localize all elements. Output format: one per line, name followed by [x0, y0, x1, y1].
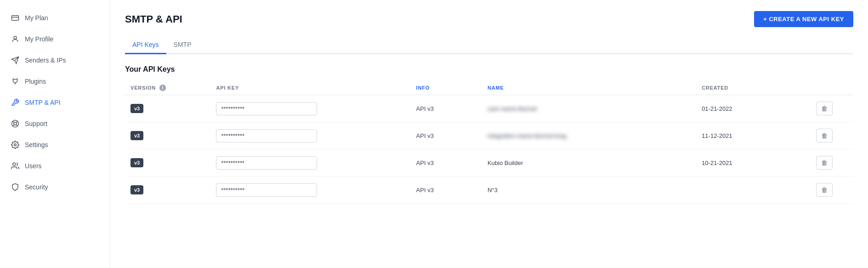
api-key-info: API v3 — [416, 132, 434, 139]
sidebar-item-settings[interactable]: Settings — [0, 134, 110, 155]
sidebar-item-label: Users — [25, 162, 42, 170]
sidebar: My Plan My Profile Senders & IPs Plugins… — [0, 0, 110, 268]
api-key-input[interactable] — [216, 183, 317, 197]
col-header-info: INFO — [411, 81, 482, 95]
tab-api-keys[interactable]: API Keys — [125, 36, 166, 54]
api-keys-section-title: Your API Keys — [125, 65, 853, 74]
create-api-key-button[interactable]: + CREATE A NEW API KEY — [754, 11, 853, 27]
credit-card-icon — [11, 14, 19, 22]
users-icon — [11, 162, 19, 170]
api-key-input[interactable] — [216, 156, 317, 170]
table-row: v3 API v3 Kubio Builder 10-21-2021 🗑 — [125, 149, 853, 177]
api-key-input[interactable] — [216, 129, 317, 143]
svg-line-10 — [16, 121, 17, 123]
api-key-name: Kubio Builder — [488, 160, 523, 166]
version-help-icon[interactable]: i — [159, 85, 166, 91]
api-key-created: 01-21-2022 — [702, 105, 732, 112]
api-key-created: 10-21-2021 — [702, 160, 732, 166]
tabs-bar: API Keys SMTP — [125, 36, 853, 54]
col-header-action — [811, 81, 853, 95]
version-badge: v3 — [130, 131, 143, 140]
sidebar-item-label: Senders & IPs — [25, 57, 66, 64]
sidebar-item-my-profile[interactable]: My Profile — [0, 29, 110, 50]
table-row: v3 API v3 user-name-blurred 01-21-2022 🗑 — [125, 95, 853, 122]
life-buoy-icon — [11, 120, 19, 128]
api-key-name: user-name-blurred — [488, 105, 537, 112]
wrench-icon — [11, 98, 19, 107]
plug-icon — [11, 77, 19, 86]
api-key-info: API v3 — [416, 160, 434, 166]
sidebar-item-label: SMTP & API — [25, 99, 61, 106]
version-badge: v3 — [130, 158, 143, 167]
sidebar-item-senders-ips[interactable]: Senders & IPs — [0, 50, 110, 71]
tab-smtp[interactable]: SMTP — [166, 36, 199, 54]
col-header-version: VERSION i — [125, 81, 210, 95]
svg-point-7 — [14, 122, 17, 125]
svg-point-13 — [13, 163, 16, 165]
svg-line-9 — [16, 125, 17, 126]
api-key-input[interactable] — [216, 102, 317, 115]
api-key-name: N°3 — [488, 187, 498, 194]
sidebar-item-label: Plugins — [25, 78, 46, 85]
version-badge: v3 — [130, 104, 143, 113]
sidebar-item-plugins[interactable]: Plugins — [0, 71, 110, 92]
delete-api-key-button[interactable]: 🗑 — [816, 102, 833, 115]
svg-line-8 — [13, 121, 14, 123]
delete-api-key-button[interactable]: 🗑 — [816, 183, 833, 197]
sidebar-item-label: My Plan — [25, 14, 48, 22]
svg-point-2 — [14, 36, 17, 39]
sidebar-item-label: My Profile — [25, 35, 53, 43]
sidebar-item-my-plan[interactable]: My Plan — [0, 7, 110, 29]
version-badge: v3 — [130, 185, 143, 194]
sidebar-item-users[interactable]: Users — [0, 155, 110, 177]
api-key-info: API v3 — [416, 187, 434, 194]
sidebar-item-smtp-api[interactable]: SMTP & API — [0, 92, 110, 113]
delete-api-key-button[interactable]: 🗑 — [816, 156, 833, 170]
user-icon — [11, 35, 19, 43]
api-key-name: integration-name-blurred-long — [488, 132, 566, 139]
shield-icon — [11, 183, 19, 191]
main-content: SMTP & API + CREATE A NEW API KEY API Ke… — [110, 0, 868, 268]
page-title: SMTP & API — [125, 13, 182, 25]
col-header-api-key: API KEY — [210, 81, 410, 95]
sidebar-item-security[interactable]: Security — [0, 177, 110, 198]
sidebar-item-label: Support — [25, 120, 47, 127]
sidebar-item-support[interactable]: Support — [0, 113, 110, 134]
sidebar-item-label: Settings — [25, 141, 48, 148]
sidebar-item-label: Security — [25, 183, 48, 191]
svg-point-12 — [14, 144, 17, 146]
gear-icon — [11, 141, 19, 149]
col-header-name: NAME — [482, 81, 696, 95]
table-row: v3 API v3 integration-name-blurred-long … — [125, 122, 853, 149]
delete-api-key-button[interactable]: 🗑 — [816, 129, 833, 143]
send-icon — [11, 56, 19, 64]
svg-rect-0 — [12, 16, 19, 21]
svg-line-11 — [13, 125, 14, 126]
api-key-info: API v3 — [416, 105, 434, 112]
api-key-created: 11-12-2021 — [702, 132, 732, 139]
col-header-created: CREATED — [696, 81, 811, 95]
page-header: SMTP & API + CREATE A NEW API KEY — [125, 11, 853, 27]
table-row: v3 API v3 N°3 🗑 — [125, 177, 853, 204]
api-keys-table: VERSION i API KEY INFO NAME CREATED v3 — [125, 81, 853, 204]
